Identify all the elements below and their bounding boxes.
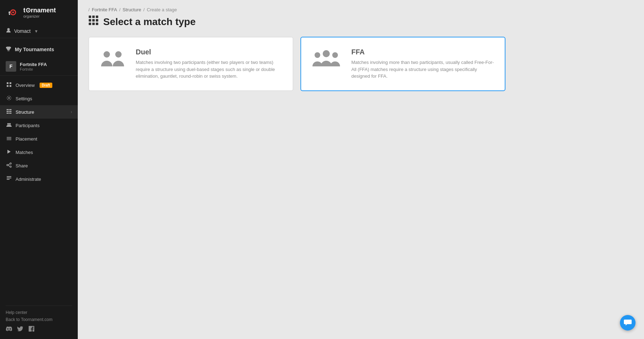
svg-text:t: t [8, 10, 10, 16]
nav-structure[interactable]: Structure › [0, 105, 78, 119]
placement-icon [6, 136, 12, 142]
user-name: Vomact [14, 28, 31, 34]
svg-rect-42 [96, 23, 98, 25]
breadcrumb-sep2: / [119, 7, 121, 12]
nav-overview[interactable]: Overview Draft [0, 78, 78, 92]
breadcrumb-tournament[interactable]: Fortnite FFA [92, 7, 117, 12]
svg-rect-16 [10, 111, 11, 112]
svg-rect-41 [92, 23, 95, 25]
user-icon [6, 28, 11, 34]
svg-rect-39 [96, 19, 98, 22]
svg-rect-15 [8, 111, 10, 112]
nav-administrate-label: Administrate [16, 177, 41, 182]
sidebar-footer: Help center Back to Toornament.com [0, 298, 78, 339]
nav-participants-label: Participants [16, 123, 40, 128]
svg-line-30 [8, 166, 10, 167]
svg-rect-13 [10, 109, 11, 110]
participants-icon [6, 122, 12, 129]
svg-point-27 [7, 165, 8, 166]
svg-point-21 [9, 123, 11, 125]
page-header-icon [88, 15, 99, 28]
user-menu[interactable]: Vomact ▾ [0, 24, 78, 38]
share-icon [6, 162, 12, 169]
svg-rect-31 [7, 176, 11, 177]
svg-rect-34 [89, 16, 91, 18]
tournament-game: Fortnite [20, 67, 72, 71]
svg-rect-7 [10, 82, 11, 84]
structure-arrow-icon: › [71, 109, 72, 114]
svg-rect-17 [7, 113, 8, 114]
breadcrumb-sep3: / [144, 7, 145, 12]
svg-line-29 [8, 164, 10, 165]
nav-placement[interactable]: Placement [0, 132, 78, 145]
discord-icon[interactable] [6, 326, 12, 333]
draft-badge: Draft [40, 83, 52, 88]
nav-structure-label: Structure [16, 109, 34, 115]
svg-rect-9 [10, 85, 11, 87]
svg-rect-32 [7, 178, 11, 178]
twitter-icon[interactable] [17, 326, 23, 333]
svg-point-26 [10, 163, 11, 164]
breadcrumb-separator: / [88, 7, 90, 12]
ffa-title: FFA [351, 48, 495, 56]
sidebar: t t⊙rnament organizer Vomact ▾ My Tourna… [0, 0, 78, 339]
page-title: Select a match type [103, 16, 195, 28]
matches-icon [6, 149, 12, 155]
svg-point-10 [8, 97, 10, 99]
ffa-description: Matches involving more than two particip… [351, 59, 495, 80]
svg-rect-5 [7, 50, 10, 51]
facebook-icon[interactable] [28, 326, 35, 333]
nav-settings[interactable]: Settings [0, 92, 78, 105]
duel-card[interactable]: Duel Matches involving two participants … [88, 37, 293, 91]
overview-icon [6, 82, 12, 88]
svg-point-44 [115, 51, 122, 58]
svg-point-46 [332, 52, 338, 58]
tournament-icon: F [6, 61, 16, 72]
help-center-link[interactable]: Help center [6, 310, 72, 315]
nav-share-label: Share [16, 163, 28, 168]
nav-settings-label: Settings [16, 96, 32, 101]
ffa-card[interactable]: FFA Matches involving more than two part… [300, 37, 505, 91]
chat-button[interactable] [620, 315, 636, 331]
duel-icon [99, 48, 127, 69]
svg-rect-23 [7, 138, 11, 139]
svg-rect-6 [7, 82, 8, 84]
ffa-icon [311, 48, 343, 69]
nav-overview-label: Overview [16, 83, 35, 88]
svg-rect-19 [10, 113, 11, 114]
svg-rect-40 [89, 23, 91, 25]
trophy-icon [6, 46, 11, 53]
nav-administrate[interactable]: Administrate [0, 172, 78, 186]
svg-rect-18 [8, 113, 10, 114]
social-icons [6, 326, 72, 333]
structure-icon [6, 109, 12, 115]
logo-icon: t [6, 6, 21, 20]
svg-rect-35 [92, 16, 95, 18]
svg-point-43 [104, 51, 110, 58]
svg-point-28 [10, 166, 11, 167]
my-tournaments-label: My Tournaments [15, 47, 54, 52]
svg-marker-25 [7, 150, 11, 154]
back-to-toornament-link[interactable]: Back to Toornament.com [6, 317, 72, 322]
svg-rect-14 [7, 111, 8, 112]
breadcrumb-current: Create a stage [147, 7, 177, 12]
settings-icon [6, 95, 12, 102]
tournament-title: Fortnite FFA [20, 62, 72, 67]
logo-subtext: organizer [23, 14, 56, 18]
svg-rect-37 [89, 19, 91, 22]
breadcrumb-structure[interactable]: Structure [123, 7, 141, 12]
svg-rect-12 [8, 109, 10, 110]
nav-participants[interactable]: Participants [0, 119, 78, 132]
nav-placement-label: Placement [16, 136, 37, 142]
nav-matches[interactable]: Matches [0, 145, 78, 159]
tournament-entry[interactable]: F Fortnite FFA Fortnite [0, 58, 78, 76]
svg-point-20 [7, 123, 9, 125]
logo: t t⊙rnament organizer [0, 0, 78, 24]
administrate-icon [6, 176, 12, 182]
svg-point-3 [12, 12, 14, 13]
nav-share[interactable]: Share [0, 159, 78, 172]
svg-rect-36 [96, 16, 98, 18]
my-tournaments-nav[interactable]: My Tournaments [0, 41, 78, 58]
svg-rect-38 [92, 19, 95, 22]
match-type-grid: Duel Matches involving two participants … [88, 37, 633, 91]
